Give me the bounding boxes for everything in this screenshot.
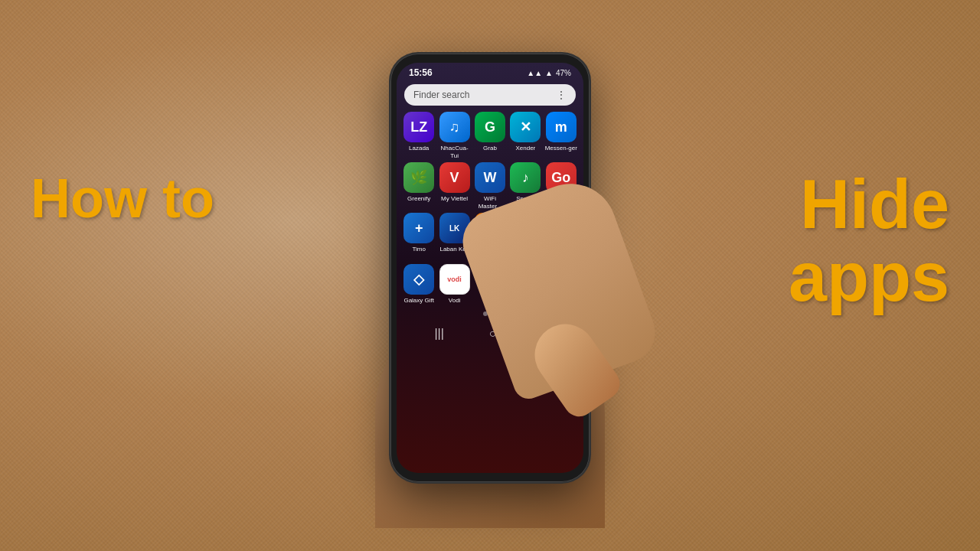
phone-outer: 15:56 ▲▲ ▲ 47% Finder search ⋮ LZ [368, 38, 612, 513]
recent-apps-button[interactable]: ||| [434, 327, 443, 341]
app-item-wifi[interactable]: W WiFi Master... [474, 162, 506, 210]
app-icon-grab: G [475, 112, 505, 142]
overlay-text-left: How to [31, 168, 214, 229]
greenify-logo: 🌿 [410, 169, 427, 186]
overlay-text-right: Hide apps [789, 168, 949, 313]
xender-logo: ✕ [520, 119, 531, 135]
galaxygift-logo: ◇ [413, 271, 424, 288]
status-time: 15:56 [409, 67, 433, 78]
overlay-left-line1: How to [31, 168, 214, 229]
timo-logo: + [415, 220, 423, 236]
spotify-logo: ♪ [522, 170, 529, 186]
app-icon-wifi: W [475, 162, 505, 193]
app-item-lazada[interactable]: LZ Lazada [403, 112, 435, 159]
app-item-vodi[interactable]: vodi Vodi [438, 264, 470, 305]
search-bar[interactable]: Finder search ⋮ [404, 84, 576, 106]
overlay-right-line1: Hide [789, 168, 949, 241]
app-label-xender: Xender [515, 145, 535, 152]
app-label-myviettel: My Viettel [441, 195, 468, 203]
app-item-timo[interactable]: + Timo [403, 213, 435, 260]
status-bar: 15:56 ▲▲ ▲ 47% [397, 63, 583, 81]
app-label-lazada: Lazada [409, 145, 429, 152]
myviettel-logo: V [450, 170, 459, 186]
app-icon-galaxygift: ◇ [403, 264, 434, 295]
nhac-logo: ♫ [449, 119, 460, 135]
phone-wrapper: 15:56 ▲▲ ▲ 47% Finder search ⋮ LZ [368, 38, 612, 513]
app-label-timo: Timo [412, 246, 425, 253]
app-icon-xender: ✕ [510, 112, 541, 142]
app-item-nhac[interactable]: ♫ NhacCua-Tui [438, 112, 470, 159]
app-icon-vodi: vodi [439, 264, 470, 295]
vodi-logo: vodi [447, 276, 462, 283]
app-icon-greenify: 🌿 [403, 162, 434, 193]
app-label-nhac: NhacCua-Tui [438, 145, 470, 159]
search-menu-icon[interactable]: ⋮ [556, 89, 567, 101]
app-item-myviettel[interactable]: V My Viettel [438, 162, 470, 210]
app-item-xender[interactable]: ✕ Xender [509, 112, 541, 159]
wifi-icon: ▲ [545, 69, 553, 77]
app-icon-timo: + [403, 213, 434, 243]
search-placeholder: Finder search [413, 90, 469, 100]
app-icon-lazada: LZ [403, 112, 434, 142]
signal-icon: ▲▲ [527, 69, 542, 77]
overlay-right-line2: apps [789, 241, 949, 314]
app-item-grab[interactable]: G Grab [474, 112, 506, 159]
app-icon-spotify: ♪ [510, 162, 541, 193]
grab-logo: G [485, 119, 495, 135]
battery-text: 47% [556, 69, 571, 77]
lazada-logo: LZ [410, 119, 427, 135]
app-icon-messenger: m [546, 112, 577, 142]
app-item-greenify[interactable]: 🌿 Greenify [403, 162, 435, 210]
app-icon-nhac: ♫ [439, 112, 470, 142]
app-item-messenger[interactable]: m Messen-ger [545, 112, 577, 159]
app-label-grab: Grab [483, 145, 497, 152]
status-icons: ▲▲ ▲ 47% [527, 69, 571, 77]
app-label-galaxygift: Galaxy Gift [403, 297, 434, 305]
app-label-greenify: Greenify [407, 195, 430, 203]
app-icon-myviettel: V [439, 162, 470, 193]
app-item-galaxygift[interactable]: ◇ Galaxy Gift [403, 264, 435, 305]
app-label-messenger: Messen-ger [545, 145, 577, 152]
laban-logo: LK [449, 224, 459, 233]
app-label-vodi: Vodi [449, 297, 461, 305]
wifi-master-logo: W [483, 170, 496, 186]
messenger-logo: m [555, 119, 567, 135]
